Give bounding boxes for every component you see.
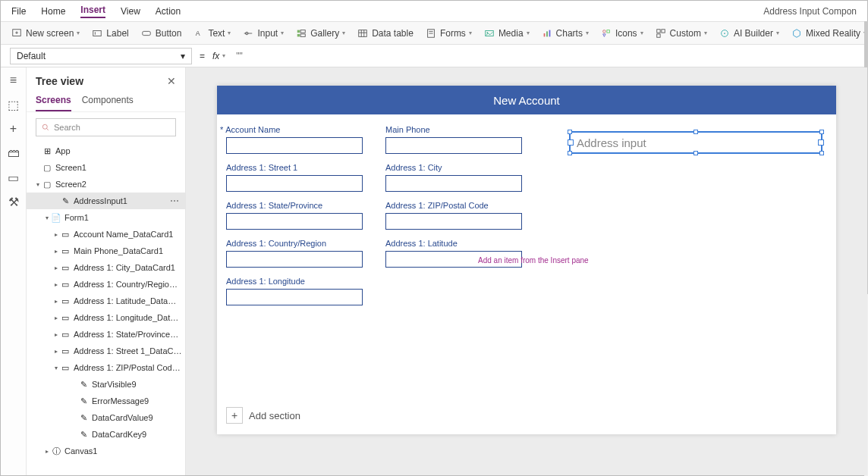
- svg-rect-23: [546, 31, 548, 36]
- tree-node-card[interactable]: ▸▭Address 1: State/Province_DataCard1: [27, 326, 185, 343]
- gallery-icon: [296, 28, 307, 39]
- form-title: New Account: [217, 86, 836, 114]
- new-screen-icon: [11, 28, 22, 39]
- field-label: Main Phone: [385, 125, 545, 134]
- input-button[interactable]: Input▾: [243, 28, 284, 39]
- tree-node-card[interactable]: ▾▭Address 1: ZIP/Postal Code_DataCard1: [27, 359, 185, 376]
- fx-label: fx: [212, 51, 219, 61]
- media-rail-icon[interactable]: ▭: [7, 171, 20, 184]
- ai-icon: [719, 28, 730, 39]
- tab-components[interactable]: Components: [82, 90, 134, 111]
- gallery-button[interactable]: Gallery▾: [296, 28, 345, 39]
- equals-sign: =: [200, 51, 205, 61]
- new-screen-button[interactable]: New screen▾: [11, 28, 80, 39]
- property-selector[interactable]: Default▾: [10, 48, 192, 64]
- svg-text:A: A: [196, 29, 200, 36]
- tree-node-card[interactable]: ▸▭Address 1: City_DataCard1: [27, 259, 185, 276]
- close-icon[interactable]: ✕: [167, 75, 176, 87]
- menu-insert[interactable]: Insert: [80, 5, 105, 18]
- button-button[interactable]: Button: [141, 28, 182, 39]
- field-input[interactable]: [226, 175, 363, 192]
- input-icon: [243, 28, 253, 39]
- formula-bar: Default▾ = fx▾ "": [1, 45, 867, 67]
- svg-rect-13: [359, 30, 367, 36]
- svg-point-32: [724, 33, 725, 34]
- label-icon: [92, 28, 102, 39]
- tree-node-card[interactable]: ▸▭Account Name_DataCard1: [27, 226, 185, 243]
- forms-button[interactable]: Forms▾: [426, 28, 472, 39]
- app-title: Address Input Compon: [763, 6, 857, 17]
- svg-rect-11: [297, 33, 300, 36]
- search-icon: [41, 123, 50, 132]
- tree-node-card[interactable]: ▸▭Main Phone_DataCard1: [27, 243, 185, 259]
- aibuilder-button[interactable]: AI Builder▾: [719, 28, 779, 39]
- add-section-button[interactable]: + Add section: [226, 407, 300, 424]
- field-input[interactable]: [385, 213, 522, 230]
- tree-node-child[interactable]: ✎ErrorMessage9: [27, 393, 185, 409]
- field-input[interactable]: [226, 137, 363, 154]
- field-input[interactable]: [226, 213, 363, 230]
- form-field: Address 1: Country/Region: [226, 239, 385, 268]
- tree-node-app[interactable]: ⊞App: [27, 142, 185, 159]
- hamburger-icon[interactable]: ≡: [7, 74, 20, 87]
- tree-node-card[interactable]: ▸▭Address 1: Street 1_DataCard1: [27, 343, 185, 359]
- tools-icon[interactable]: ⚒: [7, 195, 20, 208]
- tree-node-child[interactable]: ✎DataCardKey9: [27, 426, 185, 443]
- field-label: Address 1: Latitude: [385, 239, 545, 248]
- canvas[interactable]: New Account *Account NameAddress 1: Stre…: [217, 86, 836, 434]
- tree-view-title: Tree view: [36, 75, 83, 87]
- field-input[interactable]: [385, 175, 522, 192]
- tree-node-canvas1[interactable]: ▸ⓘCanvas1: [27, 443, 185, 459]
- tree-node-child[interactable]: ✎DataCardValue9: [27, 409, 185, 426]
- field-input[interactable]: [226, 289, 363, 305]
- tree-node-screen1[interactable]: ▢Screen1: [27, 159, 185, 176]
- plus-icon: +: [226, 407, 243, 424]
- custom-icon: [656, 28, 666, 39]
- search-input[interactable]: Search: [36, 118, 176, 136]
- tree-icon[interactable]: ⬚: [7, 98, 20, 111]
- text-icon: A: [193, 28, 204, 39]
- svg-point-25: [603, 30, 606, 33]
- mixedreality-button[interactable]: Mixed Reality▾: [791, 28, 866, 39]
- tree-node-card[interactable]: ▸▭Address 1: Country/Region_DataCard1: [27, 276, 185, 293]
- menu-action[interactable]: Action: [156, 6, 181, 17]
- insert-icon[interactable]: +: [7, 122, 20, 136]
- data-icon[interactable]: 🗃: [7, 146, 20, 160]
- charts-button[interactable]: Charts▾: [542, 28, 589, 39]
- more-icon[interactable]: ⋯: [167, 196, 182, 206]
- tree-node-card[interactable]: ▸▭Address 1: Longitude_DataCard1: [27, 309, 185, 326]
- insert-pane-hint: Add an item from the Insert pane: [478, 256, 589, 265]
- canvas-area: New Account *Account NameAddress 1: Stre…: [186, 67, 867, 475]
- media-button[interactable]: Media▾: [484, 28, 530, 39]
- tree-node-form1[interactable]: ▾📄Form1: [27, 209, 185, 226]
- svg-rect-3: [93, 30, 102, 36]
- tree-node-screen2[interactable]: ▾▢Screen2: [27, 176, 185, 193]
- svg-rect-9: [297, 30, 300, 33]
- menu-view[interactable]: View: [121, 6, 140, 17]
- address-input-component[interactable]: Address input: [569, 131, 822, 154]
- tab-screens[interactable]: Screens: [36, 90, 71, 111]
- datatable-button[interactable]: Data table: [357, 28, 414, 39]
- forms-icon: [426, 28, 436, 39]
- tree-body: ⊞App ▢Screen1 ▾▢Screen2 ✎AddressInput1⋯ …: [27, 142, 185, 475]
- form-field: Address 1: ZIP/Postal Code: [385, 201, 545, 230]
- form-field: Main Phone: [385, 125, 545, 154]
- tree-node-card[interactable]: ▸▭Address 1: Latitude_DataCard1: [27, 293, 185, 309]
- field-input[interactable]: [385, 137, 522, 154]
- tree-node-child[interactable]: ✎StarVisible9: [27, 376, 185, 393]
- menu-file[interactable]: File: [11, 6, 26, 17]
- form-field: Address 1: State/Province: [226, 201, 385, 230]
- svg-rect-5: [142, 31, 150, 35]
- formula-expression[interactable]: "": [236, 51, 243, 61]
- tree-node-addressinput[interactable]: ✎AddressInput1⋯: [27, 193, 185, 209]
- charts-icon: [542, 28, 552, 39]
- form-field: *Account Name: [226, 125, 385, 154]
- field-input[interactable]: [226, 251, 363, 268]
- text-button[interactable]: AText▾: [193, 28, 231, 39]
- left-rail: ≡ ⬚ + 🗃 ▭ ⚒: [1, 67, 27, 475]
- tree-view-panel: Tree view ✕ Screens Components Search ⊞A…: [27, 67, 186, 475]
- custom-button[interactable]: Custom▾: [656, 28, 707, 39]
- label-button[interactable]: Label: [92, 28, 128, 39]
- icons-button[interactable]: Icons▾: [601, 28, 643, 39]
- menu-home[interactable]: Home: [41, 6, 65, 17]
